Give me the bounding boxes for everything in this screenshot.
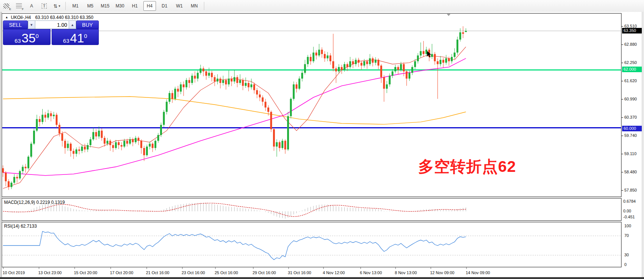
- macd-axis-label: -0.451: [623, 215, 635, 219]
- price-axis-label: 57.850: [624, 188, 637, 192]
- chart-workspace[interactable]: [0, 12, 644, 279]
- rsi-axis-label: 30: [624, 253, 629, 257]
- price-axis-label: 60.990: [624, 97, 637, 101]
- date-label: 29 Oct 16:00: [253, 270, 276, 275]
- timeframe-button-m30[interactable]: M30: [114, 1, 126, 11]
- timeframe-button-h4[interactable]: H4: [143, 1, 156, 11]
- price-axis-label: 60.370: [624, 115, 637, 119]
- chart-toolbar: EFAT⇅▾ M1M5M15M30H1H4D1W1MN: [0, 0, 644, 12]
- volume-input[interactable]: [35, 20, 69, 29]
- one-click-trading-panel: SELL ▼ ▲ BUY 63 35 0 63 41 0: [3, 20, 99, 45]
- sell-big-figure: 63: [14, 38, 21, 44]
- timeframe-button-d1[interactable]: D1: [158, 1, 171, 11]
- mt4-window: EFAT⇅▾ M1M5M15M30H1H4D1W1MN ▲ UKOil-,H4 …: [0, 0, 644, 279]
- fibonacci-tool-button[interactable]: F: [14, 1, 24, 11]
- buy-pip: 0: [84, 33, 87, 39]
- collapse-icon[interactable]: ▲: [5, 16, 8, 19]
- window-edge-left: [0, 12, 2, 278]
- fibonacci-tool-icon: [16, 3, 22, 9]
- timeframe-group: M1M5M15M30H1H4D1W1MN: [68, 1, 202, 11]
- date-label: 4 Nov 12:00: [323, 270, 345, 275]
- symbol-period-label: UKOil-,H4: [11, 15, 31, 20]
- price-axis-label: 62.250: [624, 60, 637, 65]
- window-edge-right: [642, 12, 644, 278]
- window-edge-bottom: [0, 277, 644, 279]
- timeframe-button-h1[interactable]: H1: [129, 1, 141, 11]
- timeframe-button-w1[interactable]: W1: [173, 1, 186, 11]
- price-axis-label: 59.740: [624, 133, 637, 138]
- channel-tool-icon: [3, 3, 9, 9]
- label-tool-button[interactable]: T: [39, 1, 49, 11]
- text-tool-button[interactable]: A: [26, 1, 37, 11]
- text-tool-icon: A: [30, 3, 33, 9]
- timeframe-button-m15[interactable]: M15: [99, 1, 111, 11]
- tool-sub-letter: E: [9, 7, 11, 11]
- date-label: 10 Oct 2019: [3, 270, 25, 275]
- ohlc-values: 63.310 63.440 63.310 63.350: [35, 15, 94, 20]
- date-label: 13 Oct 23:00: [38, 270, 62, 275]
- buy-big-figure: 63: [63, 38, 69, 44]
- timeframe-button-m1[interactable]: M1: [69, 1, 82, 11]
- toolbar-separator: [204, 2, 204, 10]
- volume-increase-button[interactable]: ▲: [69, 20, 76, 29]
- volume-decrease-button[interactable]: ▼: [28, 20, 35, 29]
- price-axis-label: 62.880: [624, 42, 637, 46]
- macd-indicator-label: MACD(12,26,9) 0.2219 0.1319: [4, 200, 65, 205]
- price-badge-60.000: 60.000: [622, 126, 643, 131]
- macd-axis-label: 0.00: [623, 209, 631, 213]
- price-axis-label: 61.620: [624, 78, 637, 83]
- label-tool-icon: T: [42, 3, 47, 9]
- date-label: 17 Oct 20:00: [110, 270, 133, 275]
- timeframe-button-mn[interactable]: MN: [188, 1, 201, 11]
- chart-text-annotation: 多空转折点62: [418, 156, 516, 177]
- buy-price-display[interactable]: 63 41 0: [52, 29, 99, 45]
- sell-points: 35: [22, 32, 36, 44]
- drawing-tools-group: EFAT⇅▾: [0, 1, 63, 11]
- rsi-axis-label: 70: [624, 233, 629, 238]
- date-label: 31 Oct 16:00: [288, 270, 311, 275]
- chevron-up-icon: ▲: [71, 23, 74, 27]
- buy-points: 41: [70, 32, 84, 44]
- tool-sub-letter: F: [22, 7, 24, 11]
- rsi-axis-label: 0: [624, 262, 627, 267]
- macd-axis-label: 0.6784: [623, 199, 636, 203]
- channel-tool-button[interactable]: E: [1, 1, 12, 11]
- date-label: 15 Oct 20:00: [74, 270, 97, 275]
- date-label: 25 Oct 16:00: [215, 270, 238, 275]
- chevron-down-icon: ▼: [30, 23, 33, 27]
- sell-pip: 0: [36, 33, 39, 39]
- sell-button[interactable]: SELL: [3, 20, 28, 29]
- price-axis-label: 59.110: [624, 151, 637, 156]
- date-label: 8 Nov 13:00: [395, 270, 417, 275]
- arrows-tool-button[interactable]: ⇅▾: [52, 1, 62, 11]
- buy-button[interactable]: BUY: [76, 20, 99, 29]
- date-label: 14 Nov 09:00: [466, 270, 490, 275]
- price-badge-62.000: 62.000: [622, 67, 643, 72]
- rsi-indicator-label: RSI(14) 62.7133: [4, 224, 37, 229]
- dropdown-caret-icon: ▾: [59, 4, 61, 8]
- date-label: 23 Oct 16:00: [182, 270, 205, 275]
- rsi-axis-label: 100: [624, 224, 631, 228]
- arrows-tool-icon: ⇅: [53, 3, 58, 9]
- price-badge-63.350: 63.350: [622, 28, 643, 33]
- date-label: 12 Nov 09:00: [430, 270, 454, 275]
- sell-price-display[interactable]: 63 35 0: [3, 29, 51, 45]
- toolbar-separator: [65, 2, 66, 10]
- price-axis-label: 58.480: [624, 170, 637, 174]
- date-label: 6 Nov 13:00: [360, 270, 382, 275]
- chart-title: ▲ UKOil-,H4 63.310 63.440 63.310 63.350: [5, 15, 93, 20]
- date-label: 21 Oct 16:00: [146, 270, 169, 275]
- timeframe-button-m5[interactable]: M5: [84, 1, 97, 11]
